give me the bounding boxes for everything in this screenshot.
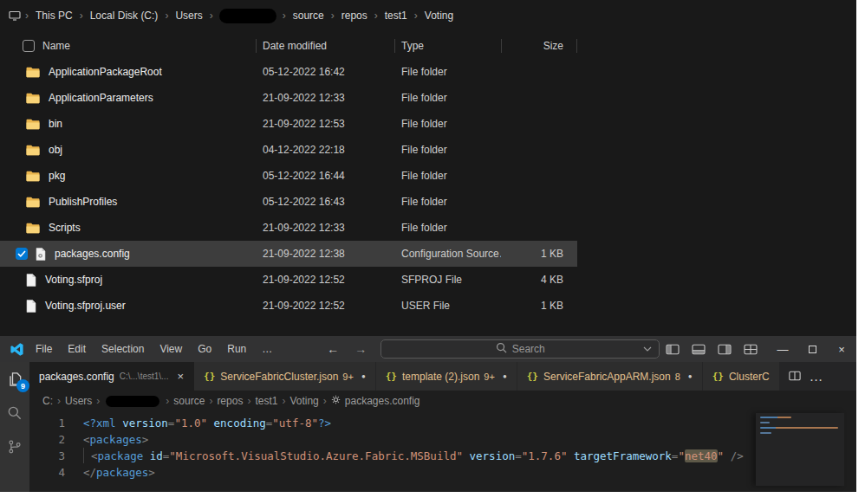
- tab-label: packages.config: [39, 371, 114, 383]
- breadcrumb-item[interactable]: Voting: [289, 395, 318, 407]
- breadcrumb-chevron-icon: ›: [278, 10, 290, 22]
- menu-item-run[interactable]: Run: [219, 336, 254, 362]
- code-line[interactable]: </packages>: [83, 464, 856, 481]
- folder-icon: [26, 67, 40, 78]
- column-header-type[interactable]: Type: [394, 33, 501, 59]
- breadcrumb-item[interactable]: Voting: [422, 8, 456, 23]
- code-token: <?xml: [83, 417, 116, 430]
- toggle-sidebar-icon[interactable]: [666, 344, 680, 355]
- more-actions-icon[interactable]: …: [810, 369, 823, 384]
- table-row[interactable]: pkg05-12-2022 16:44File folder: [0, 163, 577, 189]
- editor-tab[interactable]: {}template (2).json9+●: [376, 362, 517, 391]
- back-arrow-icon[interactable]: ←: [327, 342, 339, 356]
- breadcrumb-item[interactable]: This PC: [33, 8, 75, 23]
- customize-layout-icon[interactable]: [744, 344, 758, 355]
- minimize-button[interactable]: —: [768, 336, 797, 362]
- column-header-size[interactable]: Size: [501, 33, 577, 59]
- menu-item-go[interactable]: Go: [190, 336, 219, 362]
- table-row[interactable]: obj04-12-2022 22:18File folder: [0, 137, 577, 163]
- editor-tab[interactable]: {}ServiceFabricCluster.json9+●: [194, 362, 376, 391]
- column-divider[interactable]: [501, 39, 502, 53]
- minimap[interactable]: [756, 413, 844, 486]
- tab-problem-badge: 8: [675, 372, 680, 382]
- editor-tab[interactable]: {}ServiceFabricAppARM.json8●: [517, 362, 703, 391]
- breadcrumb-item[interactable]: Local Disk (C:): [88, 8, 161, 23]
- search-activity-button[interactable]: [6, 404, 23, 422]
- date-modified-cell: 04-12-2022 22:18: [256, 144, 394, 156]
- folder-icon: [26, 223, 40, 234]
- menu-more-button[interactable]: …: [254, 336, 280, 362]
- menu-item-selection[interactable]: Selection: [94, 336, 152, 362]
- breadcrumb-chevron-icon: ›: [160, 10, 172, 22]
- split-editor-icon[interactable]: [789, 369, 801, 384]
- file-name-cell: ApplicationParameters: [0, 92, 256, 104]
- table-row[interactable]: ApplicationParameters21-09-2022 12:33Fil…: [0, 85, 577, 111]
- table-row[interactable]: bin21-09-2022 12:53File folder: [0, 111, 577, 137]
- close-button[interactable]: ×: [827, 336, 856, 362]
- column-divider[interactable]: [394, 39, 395, 53]
- code-token: packages: [90, 433, 142, 446]
- code-token: [724, 449, 731, 462]
- column-divider[interactable]: [256, 39, 257, 53]
- file-name: bin: [49, 118, 62, 130]
- redacted-username: [219, 9, 276, 23]
- code-line[interactable]: <packages>: [83, 431, 856, 448]
- toggle-secondary-sidebar-icon[interactable]: [718, 344, 732, 355]
- json-file-icon: {}: [386, 371, 397, 382]
- table-row[interactable]: Voting.sfproj.user21-09-2022 12:52USER F…: [0, 293, 577, 319]
- table-row[interactable]: Voting.sfproj21-09-2022 12:52SFPROJ File…: [0, 267, 577, 293]
- tab-problem-badge: 9+: [342, 372, 354, 382]
- vscode-window: FileEditSelectionViewGoRun… ← → Search —…: [0, 336, 856, 492]
- column-header-date-modified[interactable]: Date modified: [256, 33, 394, 59]
- code-pane[interactable]: <?xml version="1.0" encoding="utf-8"?><p…: [83, 415, 856, 492]
- date-modified-cell: 05-12-2022 16:44: [256, 170, 394, 182]
- date-modified-cell: 05-12-2022 16:43: [256, 196, 394, 208]
- config-file-icon: [36, 248, 46, 261]
- forward-arrow-icon[interactable]: →: [354, 342, 367, 356]
- vscode-logo-icon: [10, 342, 24, 357]
- column-header-label: Date modified: [263, 40, 327, 52]
- file-name-cell: ApplicationPackageRoot: [0, 66, 256, 78]
- search-icon: [496, 342, 507, 356]
- maximize-button[interactable]: [797, 336, 827, 362]
- breadcrumb-item[interactable]: Users: [65, 395, 92, 407]
- breadcrumb-item[interactable]: repos: [339, 8, 370, 23]
- file-name: ApplicationParameters: [49, 92, 153, 104]
- breadcrumb-item[interactable]: source: [290, 8, 327, 23]
- row-checkbox[interactable]: [16, 248, 28, 260]
- column-header-name[interactable]: Name: [0, 33, 256, 59]
- code-editor[interactable]: 1234 <?xml version="1.0" encoding="utf-8…: [29, 411, 856, 492]
- breadcrumb-item[interactable]: repos: [217, 395, 243, 407]
- line-number-gutter: 1234: [29, 415, 83, 492]
- code-token: <: [91, 449, 98, 462]
- table-row[interactable]: Scripts21-09-2022 12:33File folder: [0, 215, 577, 241]
- code-token: </: [83, 466, 96, 479]
- editor-tab[interactable]: packages.configC:\...\test1\...×: [29, 362, 194, 391]
- menu-item-edit[interactable]: Edit: [60, 336, 94, 362]
- folder-icon: [26, 145, 40, 156]
- table-row[interactable]: packages.config21-09-2022 12:38Configura…: [0, 241, 577, 267]
- table-row[interactable]: PublishProfiles05-12-2022 16:43File fold…: [0, 189, 577, 215]
- breadcrumb-item[interactable]: test1: [382, 8, 410, 23]
- breadcrumb-item[interactable]: C:: [42, 395, 53, 407]
- explorer-activity-button[interactable]: 9: [6, 371, 23, 388]
- breadcrumb-item[interactable]: test1: [255, 395, 277, 407]
- menu-item-file[interactable]: File: [28, 336, 60, 362]
- breadcrumb-item[interactable]: Users: [172, 8, 205, 23]
- menu-item-view[interactable]: View: [152, 336, 190, 362]
- breadcrumb-item[interactable]: packages.config: [331, 395, 420, 407]
- file-name: Scripts: [49, 222, 81, 234]
- editor-tab[interactable]: {}ClusterC: [703, 362, 780, 391]
- window-controls: — ×: [768, 336, 856, 362]
- source-control-activity-button[interactable]: [6, 438, 23, 456]
- close-tab-icon[interactable]: ×: [177, 370, 184, 383]
- select-all-checkbox[interactable]: [23, 40, 35, 52]
- table-row[interactable]: ApplicationPackageRoot05-12-2022 16:42Fi…: [0, 59, 577, 85]
- command-search-box[interactable]: Search: [380, 339, 660, 359]
- code-line[interactable]: <package id="Microsoft.VisualStudio.Azur…: [83, 448, 856, 464]
- column-divider[interactable]: [576, 39, 577, 53]
- breadcrumb-chevron-icon: ›: [319, 395, 331, 407]
- breadcrumb-item[interactable]: source: [173, 395, 205, 407]
- code-line[interactable]: <?xml version="1.0" encoding="utf-8"?>: [83, 415, 856, 431]
- toggle-panel-icon[interactable]: [692, 344, 706, 355]
